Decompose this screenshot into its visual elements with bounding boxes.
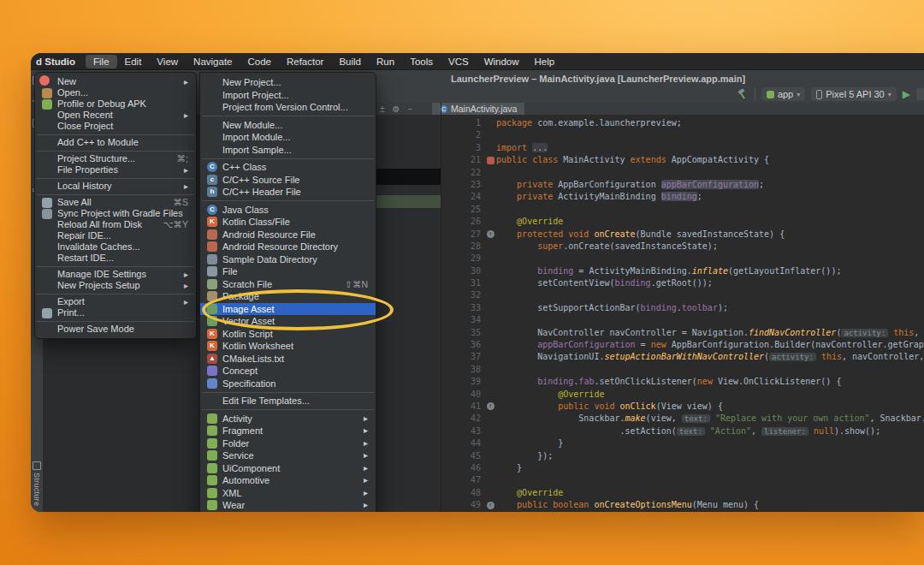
menu-item-kotlin-worksheet[interactable]: KKotlin Worksheet: [200, 340, 376, 353]
icon-spacer: [42, 242, 52, 253]
code-token: [496, 192, 517, 201]
menu-item-kotlin-class-file[interactable]: KKotlin Class/File: [200, 216, 376, 229]
menu-item-edit-file-templates[interactable]: Edit File Templates...: [200, 395, 376, 407]
menu-item-package[interactable]: Package: [200, 290, 376, 303]
menu-item-service[interactable]: Service▸: [200, 449, 376, 462]
menu-item-scratch-file[interactable]: Scratch File⇧⌘N: [200, 278, 376, 291]
menu-item-new-project[interactable]: New Project...: [200, 76, 376, 89]
device-selector[interactable]: Pixel 5 API 30 ▾: [811, 87, 897, 101]
activity-icon: [207, 413, 217, 424]
menu-item-import-module[interactable]: Import Module...: [200, 131, 376, 144]
menu-item-vector-asset[interactable]: Vector Asset: [200, 315, 376, 328]
menu-item-java-class[interactable]: CJava Class: [200, 204, 376, 217]
menu-item-label: Scratch File: [222, 278, 272, 291]
menubar-item-view[interactable]: View: [149, 55, 186, 68]
menu-item-automotive[interactable]: Automotive▸: [200, 474, 376, 487]
hide-icon[interactable]: −: [408, 104, 413, 114]
tab-mainactivity[interactable]: C MainActivity.java: [432, 103, 524, 115]
menu-item-kotlin-script[interactable]: KKotlin Script: [200, 328, 376, 341]
menu-item-export[interactable]: Export▸: [35, 296, 196, 307]
menubar-item-code[interactable]: Code: [240, 55, 279, 68]
menu-item-print[interactable]: Print...: [35, 307, 196, 318]
menu-item-label: Automotive: [222, 474, 270, 487]
menu-item-image-asset[interactable]: Image Asset: [200, 303, 376, 316]
menu-item-label: Concept: [222, 365, 258, 378]
menu-separator: [37, 294, 194, 294]
run-button[interactable]: ▶: [903, 86, 910, 102]
menu-item-new-projects-setup[interactable]: New Projects Setup▸: [35, 280, 196, 291]
code-token: @Override: [558, 390, 604, 399]
kotlin-script-icon: K: [207, 329, 217, 339]
override-gutter-icon[interactable]: ↑: [487, 230, 495, 238]
module-selector[interactable]: app ▾: [761, 87, 805, 101]
menu-item-import-sample[interactable]: Import Sample...: [200, 144, 376, 157]
code-token: super: [537, 241, 563, 251]
menubar-item-tools[interactable]: Tools: [402, 55, 441, 68]
menu-item-add-c-to-module[interactable]: Add C++ to Module: [35, 137, 196, 148]
menu-item-close-project[interactable]: Close Project: [35, 121, 196, 132]
menu-item-new[interactable]: New▸: [35, 76, 196, 87]
menubar-item-edit[interactable]: Edit: [117, 55, 150, 68]
menu-item-cmakelists-txt[interactable]: ▲CMakeLists.txt: [200, 353, 376, 366]
code-editor[interactable]: 1package com.example.launcherpreview;23i…: [441, 115, 924, 512]
menu-item-c-c-header-file[interactable]: hC/C++ Header File: [200, 186, 376, 199]
code-token: }: [496, 438, 563, 448]
menu-item-file[interactable]: File: [200, 265, 376, 278]
menubar-item-run[interactable]: Run: [369, 55, 402, 68]
menu-item-open-recent[interactable]: Open Recent▸: [35, 110, 196, 121]
menu-item-power-save-mode[interactable]: Power Save Mode: [35, 324, 196, 335]
menu-item-profile-or-debug-apk[interactable]: Profile or Debug APK: [35, 98, 196, 110]
menubar-item-build[interactable]: Build: [331, 55, 369, 68]
menu-item-wear[interactable]: Wear▸: [200, 499, 376, 512]
menu-item-uicomponent[interactable]: UiComponent▸: [200, 462, 376, 475]
code-text: [496, 253, 924, 265]
override-gutter-icon[interactable]: ↑: [487, 402, 495, 410]
mac-screen: d Studio FileEditViewNavigateCodeRefacto…: [31, 53, 924, 512]
menubar-item-window[interactable]: Window: [477, 55, 527, 68]
menu-item-import-project[interactable]: Import Project...: [200, 89, 376, 102]
menu-item-manage-ide-settings[interactable]: Manage IDE Settings▸: [35, 269, 196, 280]
toolwindow-label-structure[interactable]: Structure: [33, 473, 41, 506]
menu-item-specification[interactable]: Specification: [200, 378, 376, 390]
expand-icon[interactable]: ±: [380, 104, 385, 114]
menubar-item-navigate[interactable]: Navigate: [186, 55, 240, 68]
menu-item-local-history[interactable]: Local History▸: [35, 181, 196, 192]
menu-item-project-structure[interactable]: Project Structure...⌘;: [35, 153, 196, 164]
menu-item-reload-all-from-disk[interactable]: Reload All from Disk⌥⌘Y: [35, 219, 196, 230]
menu-item-android-resource-directory[interactable]: Android Resource Directory: [200, 241, 376, 253]
menu-item-folder[interactable]: Folder▸: [200, 437, 376, 450]
menu-item-c-c-source-file[interactable]: cC/C++ Source File: [200, 174, 376, 187]
gear-icon[interactable]: ⚙: [393, 104, 400, 114]
menu-item-android-resource-file[interactable]: Android Resource File: [200, 229, 376, 241]
menu-item-project-from-version-control[interactable]: Project from Version Control...: [200, 101, 376, 114]
menu-item-file-properties[interactable]: File Properties▸: [35, 164, 196, 175]
class-gutter-icon[interactable]: [487, 157, 495, 164]
build-hammer-icon[interactable]: [737, 88, 749, 100]
menu-item-fragment[interactable]: Fragment▸: [200, 425, 376, 437]
menu-item-concept[interactable]: Concept: [200, 365, 376, 378]
code-text: binding.fab.setOnClickListener(new View.…: [496, 376, 924, 388]
menubar-item-help[interactable]: Help: [527, 55, 563, 68]
menu-item-save-all[interactable]: Save All⌘S: [35, 197, 196, 208]
code-token: NavController navController = Navigation…: [496, 328, 749, 337]
traffic-light-red[interactable]: [39, 75, 50, 86]
menu-item-sample-data-directory[interactable]: Sample Data Directory: [200, 253, 376, 266]
menu-item-open[interactable]: Open...: [35, 87, 196, 98]
menu-item-c-class[interactable]: CC++ Class: [200, 161, 376, 174]
c-c-source-file-icon: c: [207, 175, 217, 185]
menu-item-activity[interactable]: Activity▸: [200, 413, 376, 425]
menu-item-invalidate-caches[interactable]: Invalidate Caches...: [35, 241, 196, 253]
menubar-item-refactor[interactable]: Refactor: [279, 55, 331, 68]
menu-item-new-module[interactable]: New Module...: [200, 119, 376, 132]
override-gutter-icon[interactable]: ↑: [487, 502, 495, 509]
menu-item-xml[interactable]: XML▸: [200, 487, 376, 500]
structure-toolwindow-icon[interactable]: [33, 461, 41, 470]
menu-item-restart-ide[interactable]: Restart IDE...: [35, 253, 196, 264]
icon-spacer: [207, 396, 217, 406]
code-text: NavController navController = Navigation…: [496, 327, 924, 339]
menubar-item-vcs[interactable]: VCS: [441, 55, 477, 68]
menu-item-sync-project-with-gradle-files[interactable]: Sync Project with Gradle Files: [35, 208, 196, 219]
toolbar-overflow-icon[interactable]: [916, 88, 924, 100]
menubar-item-file[interactable]: File: [86, 55, 117, 68]
menu-item-repair-ide[interactable]: Repair IDE...: [35, 230, 196, 241]
